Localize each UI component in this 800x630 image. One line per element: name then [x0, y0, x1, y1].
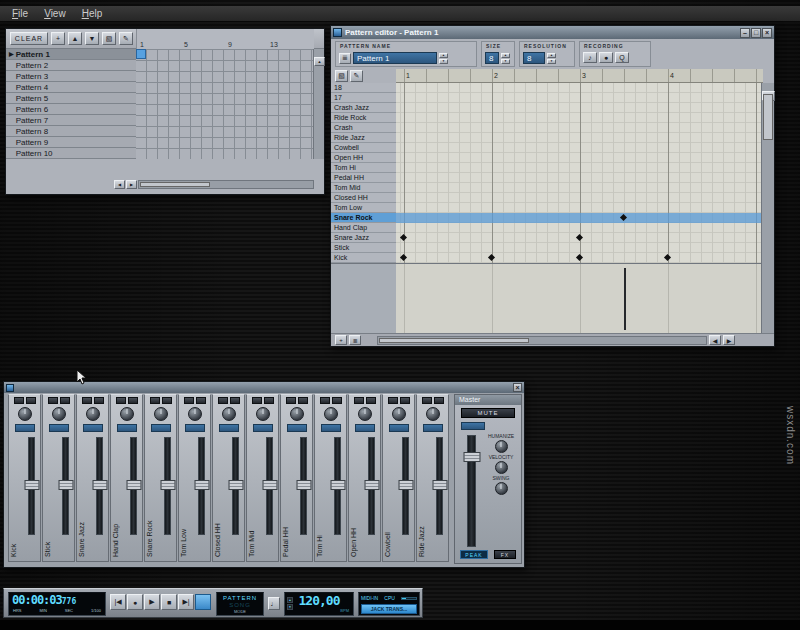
spin-up-icon[interactable]: ▲: [501, 53, 510, 58]
channel-pan-knob[interactable]: [154, 407, 168, 421]
song-horizontal-scrollbar[interactable]: ◀ ▶: [114, 179, 314, 189]
channel-fader-handle[interactable]: [24, 480, 39, 490]
channel-solo-button[interactable]: [60, 397, 70, 404]
channel-solo-button[interactable]: [230, 397, 240, 404]
pattern-row[interactable]: ▶ Pattern 2: [6, 60, 136, 71]
channel-mute-button[interactable]: [48, 397, 58, 404]
stop-button[interactable]: ■: [161, 594, 177, 610]
spin-down-icon[interactable]: ▼: [501, 59, 510, 64]
channel-solo-button[interactable]: [94, 397, 104, 404]
channel-fader-handle[interactable]: [330, 480, 345, 490]
velocity-bar[interactable]: [624, 268, 626, 330]
velocity-grid[interactable]: [396, 263, 763, 333]
note-dot[interactable]: [400, 234, 407, 241]
select-mode-button[interactable]: ▧: [102, 32, 116, 45]
channel-fader[interactable]: [62, 437, 69, 535]
pattern-row[interactable]: ▶ Pattern 7: [6, 115, 136, 126]
instrument-row[interactable]: Open HH: [331, 153, 396, 163]
channel-pan-knob[interactable]: [358, 407, 372, 421]
instrument-row[interactable]: Pedal HH: [331, 173, 396, 183]
instrument-row[interactable]: Tom Hi: [331, 163, 396, 173]
channel-pan-knob[interactable]: [120, 407, 134, 421]
channel-fader[interactable]: [164, 437, 171, 535]
channel-solo-button[interactable]: [332, 397, 342, 404]
pattern-row[interactable]: ▶ Pattern 3: [6, 71, 136, 82]
pattern-editor-titlebar[interactable]: Pattern editor - Pattern 1 – □ ×: [331, 26, 774, 39]
channel-fader-handle[interactable]: [398, 480, 413, 490]
menu-file[interactable]: File: [4, 7, 36, 20]
channel-pan-knob[interactable]: [18, 407, 32, 421]
draw-mode-button[interactable]: ✎: [350, 70, 363, 82]
hear-notes-icon[interactable]: ♪: [583, 52, 597, 63]
humanize-timing-knob[interactable]: [495, 461, 508, 474]
menu-button[interactable]: ≣: [349, 335, 361, 345]
channel-fader-handle[interactable]: [58, 480, 73, 490]
channel-fader-handle[interactable]: [194, 480, 209, 490]
swing-knob[interactable]: [495, 482, 508, 495]
scroll-right-icon[interactable]: ▶: [126, 180, 137, 189]
channel-mute-button[interactable]: [354, 397, 364, 404]
channel-pan-knob[interactable]: [86, 407, 100, 421]
channel-fader[interactable]: [402, 437, 409, 535]
minimize-icon[interactable]: –: [740, 28, 750, 38]
loop-button[interactable]: [195, 594, 211, 610]
scroll-up-icon[interactable]: ▲: [314, 57, 325, 66]
channel-pan-knob[interactable]: [290, 407, 304, 421]
channel-pan-knob[interactable]: [426, 407, 440, 421]
instrument-row[interactable]: Crash Jazz: [331, 103, 396, 113]
pattern-grid[interactable]: [396, 83, 763, 263]
channel-mute-button[interactable]: [388, 397, 398, 404]
channel-mute-button[interactable]: [184, 397, 194, 404]
instrument-row[interactable]: Snare Rock: [331, 213, 396, 223]
channel-mute-button[interactable]: [422, 397, 432, 404]
master-fader-handle[interactable]: [463, 452, 480, 462]
instrument-row[interactable]: Cowbell: [331, 143, 396, 153]
master-fader[interactable]: [467, 435, 476, 547]
channel-solo-button[interactable]: [196, 397, 206, 404]
channel-mute-button[interactable]: [320, 397, 330, 404]
channel-solo-button[interactable]: [366, 397, 376, 404]
note-dot[interactable]: [576, 254, 583, 261]
channel-fader-handle[interactable]: [160, 480, 175, 490]
instrument-row[interactable]: 18: [331, 83, 396, 93]
channel-solo-button[interactable]: [264, 397, 274, 404]
instrument-row[interactable]: Tom Mid: [331, 183, 396, 193]
channel-solo-button[interactable]: [298, 397, 308, 404]
note-dot[interactable]: [664, 254, 671, 261]
channel-fader-handle[interactable]: [364, 480, 379, 490]
scroll-left-icon[interactable]: ◀: [709, 335, 721, 345]
channel-pan-knob[interactable]: [392, 407, 406, 421]
fx-button[interactable]: FX: [494, 550, 516, 559]
note-dot[interactable]: [576, 234, 583, 241]
menu-help[interactable]: Help: [74, 7, 111, 20]
channel-fader[interactable]: [300, 437, 307, 535]
scroll-right-icon[interactable]: ▶: [723, 335, 735, 345]
channel-fader[interactable]: [96, 437, 103, 535]
close-icon[interactable]: ×: [513, 383, 522, 392]
maximize-icon[interactable]: □: [751, 28, 761, 38]
pattern-row[interactable]: ▶ Pattern 5: [6, 93, 136, 104]
spin-up-icon[interactable]: ▲: [547, 53, 556, 58]
channel-fader[interactable]: [232, 437, 239, 535]
scroll-track[interactable]: [138, 180, 314, 189]
channel-fader[interactable]: [198, 437, 205, 535]
move-pattern-up-button[interactable]: ▲: [68, 32, 82, 45]
scroll-left-icon[interactable]: ◀: [114, 180, 125, 189]
song-vertical-scrollbar[interactable]: ▲: [313, 49, 324, 159]
spin-up-icon[interactable]: ▲: [439, 53, 448, 58]
channel-fader[interactable]: [334, 437, 341, 535]
rewind-button[interactable]: |◀: [110, 594, 126, 610]
channel-mute-button[interactable]: [82, 397, 92, 404]
pattern-row[interactable]: ▶ Pattern 8: [6, 126, 136, 137]
channel-fader[interactable]: [28, 437, 35, 535]
spin-down-icon[interactable]: ▼: [547, 59, 556, 64]
instrument-row[interactable]: Ride Rock: [331, 113, 396, 123]
humanize-velocity-knob[interactable]: [495, 440, 508, 453]
draw-mode-button[interactable]: ✎: [119, 32, 133, 45]
channel-fader-handle[interactable]: [262, 480, 277, 490]
pattern-row[interactable]: ▶ Pattern 1: [6, 49, 136, 60]
spin-down-icon[interactable]: ▼: [439, 59, 448, 64]
channel-mute-button[interactable]: [14, 397, 24, 404]
instrument-row[interactable]: Ride Jazz: [331, 133, 396, 143]
song-grid[interactable]: [136, 49, 314, 159]
